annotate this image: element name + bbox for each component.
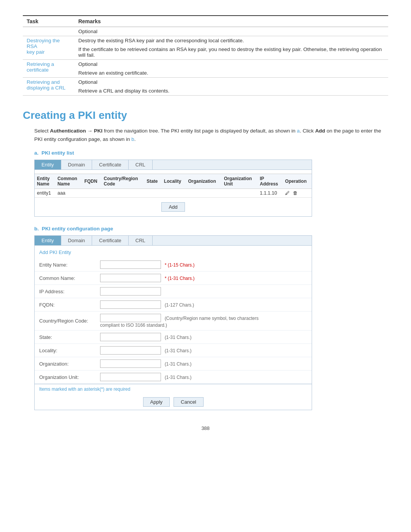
cell-common-name: aaa: [55, 189, 82, 198]
task-link-retrieve-crl[interactable]: Retrieving anddisplaying a CRL: [27, 79, 65, 91]
add-entity-button[interactable]: Add: [161, 202, 185, 212]
input-entity-name[interactable]: [100, 260, 161, 269]
col-fqdn: FQDN: [82, 174, 102, 189]
form-row-org-unit: Organization Unit: (1-31 Chars.): [35, 371, 312, 384]
remarks-destroy-line2: If the certificate to be retrieved conta…: [75, 45, 388, 60]
field-state-cell: (1-31 Chars.): [96, 331, 312, 344]
field-ip-address-cell: [96, 285, 312, 298]
tab-certificate-b[interactable]: Certificate: [92, 236, 129, 245]
field-fqdn-cell: (1-127 Chars.): [96, 298, 312, 312]
col-operation: Operation: [283, 174, 312, 189]
link-b[interactable]: b: [131, 136, 134, 142]
form-row-common-name: Common Name: * (1-31 Chars.): [35, 272, 312, 285]
form-row-entity-name: Entity Name: * (1-15 Chars.): [35, 258, 312, 272]
tab-entity-b[interactable]: Entity: [35, 236, 61, 245]
label-organization: Organization:: [35, 357, 96, 371]
cell-ip-address: 1.1.1.10: [258, 189, 283, 198]
form-actions: Apply Cancel: [35, 394, 312, 410]
tab-certificate-a[interactable]: Certificate: [92, 160, 129, 169]
hint-common-name: * (1-31 Chars.): [165, 276, 195, 281]
sub-label-b-letter: b.: [34, 226, 39, 232]
remarks-cell-optional-top: Optional: [75, 27, 388, 36]
hint-entity-name: * (1-15 Chars.): [165, 262, 195, 268]
tab-domain-b[interactable]: Domain: [61, 236, 92, 245]
col-organization: Organization: [186, 174, 221, 189]
remarks-retrieve-line: Retrieve an existing certificate.: [75, 69, 388, 78]
remarks-crl-optional: Optional: [75, 78, 388, 87]
col-entity-name: EntityName: [35, 174, 55, 189]
pki-entity-list-panel: Entity Domain Certificate CRL EntityName…: [34, 160, 312, 217]
field-org-unit-cell: (1-31 Chars.): [96, 371, 312, 384]
col-country-region: Country/RegionCode: [101, 174, 144, 189]
tab-crl-a[interactable]: CRL: [129, 160, 153, 169]
field-common-name-cell: * (1-31 Chars.): [96, 272, 312, 285]
remarks-crl-line: Retrieve a CRL and display its contents.: [75, 86, 388, 96]
task-link-retrieve-cert[interactable]: Retrieving acertificate: [27, 61, 54, 73]
form-row-ip-address: IP Address:: [35, 285, 312, 298]
hint-fqdn: (1-127 Chars.): [165, 302, 194, 308]
col-common-name: CommonName: [55, 174, 82, 189]
col-ip-address: IPAddress: [258, 174, 283, 189]
form-row-country: Country/Region Code: (Country/Region nam…: [35, 312, 312, 331]
label-country: Country/Region Code:: [35, 312, 96, 331]
label-entity-name: Entity Name:: [35, 258, 96, 272]
required-note: Items marked with an asterisk(*) are req…: [35, 384, 312, 394]
cell-state: [144, 189, 162, 198]
input-locality[interactable]: [100, 346, 161, 355]
link-a[interactable]: a: [297, 128, 300, 134]
entity-list-table: EntityName CommonName FQDN Country/Regio…: [35, 174, 312, 198]
col-state: State: [144, 174, 162, 189]
tab-crl-b[interactable]: CRL: [129, 236, 153, 245]
cell-fqdn: [82, 189, 102, 198]
input-country[interactable]: [100, 314, 161, 322]
sub-label-a: a. PKI entity list: [34, 150, 388, 156]
task-remarks-table: Task Remarks Optional Destroying the RSA…: [23, 15, 388, 96]
col-locality: Locality: [162, 174, 186, 189]
field-locality-cell: (1-31 Chars.): [96, 344, 312, 357]
cell-country: [101, 189, 144, 198]
input-org-unit[interactable]: [100, 373, 161, 381]
tab-bar-a: Entity Domain Certificate CRL: [35, 160, 312, 170]
cancel-button[interactable]: Cancel: [174, 397, 203, 407]
section-heading: Creating a PKI entity: [23, 109, 388, 121]
input-ip-address[interactable]: [100, 287, 161, 296]
field-entity-name-cell: * (1-15 Chars.): [96, 258, 312, 272]
hint-locality: (1-31 Chars.): [165, 348, 192, 353]
form-row-organization: Organization: (1-31 Chars.): [35, 357, 312, 371]
label-org-unit: Organization Unit:: [35, 371, 96, 384]
task-link-destroy-rsa[interactable]: Destroying the RSAkey pair: [27, 38, 60, 55]
input-state[interactable]: [100, 333, 161, 341]
label-state: State:: [35, 331, 96, 344]
apply-button[interactable]: Apply: [143, 397, 170, 407]
form-row-state: State: (1-31 Chars.): [35, 331, 312, 344]
task-cell-empty: [23, 27, 75, 36]
label-ip-address: IP Address:: [35, 285, 96, 298]
delete-icon[interactable]: 🗑: [293, 190, 298, 196]
remarks-retrieve-optional: Optional: [75, 60, 388, 69]
hint-org-unit: (1-31 Chars.): [165, 375, 192, 380]
label-locality: Locality:: [35, 344, 96, 357]
col-org-unit: OrganizationUnit: [221, 174, 257, 189]
input-organization[interactable]: [100, 359, 161, 368]
cell-organization: [186, 189, 221, 198]
input-fqdn[interactable]: [100, 300, 161, 309]
field-organization-cell: (1-31 Chars.): [96, 357, 312, 371]
page-number: 388: [23, 425, 388, 431]
cell-operation[interactable]: 🖉 🗑: [283, 189, 312, 198]
table-row: entity1 aaa 1.1.1.10 🖉 🗑: [35, 189, 312, 198]
tab-domain-a[interactable]: Domain: [61, 160, 92, 169]
intro-text: Select Authentication → PKI from the nav…: [34, 127, 388, 143]
add-button-area: Add: [35, 198, 312, 216]
entity-config-form: Entity Name: * (1-15 Chars.) Common Name…: [35, 258, 312, 384]
input-common-name[interactable]: [100, 274, 161, 282]
form-row-locality: Locality: (1-31 Chars.): [35, 344, 312, 357]
sub-label-b-text: PKI entity configuration page: [42, 226, 113, 232]
cell-locality: [162, 189, 186, 198]
remarks-destroy-line1: Destroy the existing RSA key pair and th…: [75, 36, 388, 45]
form-row-fqdn: FQDN: (1-127 Chars.): [35, 298, 312, 312]
label-common-name: Common Name:: [35, 272, 96, 285]
tab-entity-a[interactable]: Entity: [35, 160, 61, 169]
sub-label-a-text: PKI entity list: [41, 150, 74, 156]
remarks-col-header: Remarks: [75, 16, 388, 27]
edit-icon[interactable]: 🖉: [285, 190, 290, 196]
